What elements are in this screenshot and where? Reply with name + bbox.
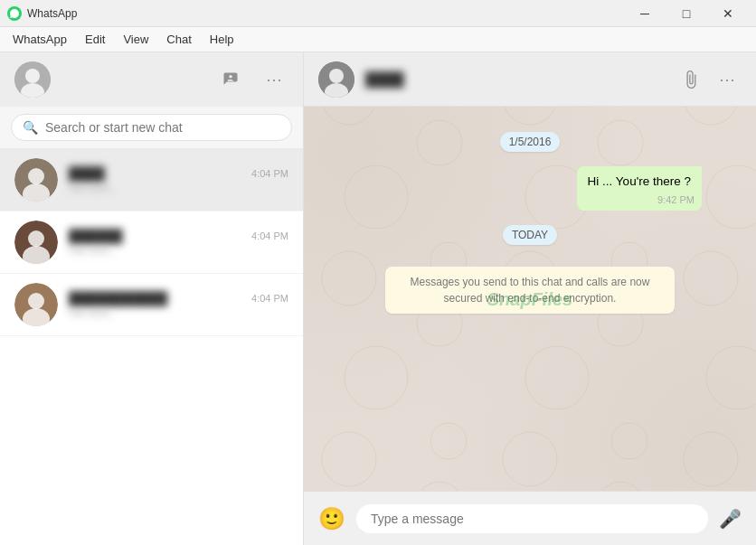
- right-panel: #chat-bg { background-color: #e5ddd5; ba…: [304, 52, 756, 545]
- chat-preview: hat and...: [69, 243, 288, 257]
- title-bar: WhatsApp ─ □ ✕: [0, 0, 756, 27]
- window-controls: ─ □ ✕: [624, 0, 749, 27]
- info-message: Messages you send to this chat and calls…: [358, 267, 702, 314]
- app-icon: [7, 6, 22, 21]
- right-header: ████ ⋯: [304, 52, 756, 107]
- maximize-button[interactable]: □: [666, 0, 707, 27]
- menu-chat[interactable]: Chat: [157, 31, 200, 48]
- date-separator: 1/5/2016: [358, 132, 702, 152]
- my-profile-avatar[interactable]: [14, 61, 51, 98]
- date-badge: TODAY: [503, 225, 557, 245]
- chat-item[interactable]: ██████ 4:04 PM hat and...: [0, 211, 303, 274]
- search-input[interactable]: [45, 120, 280, 135]
- chat-name: ██████: [69, 229, 123, 243]
- left-header-actions: ⋯: [216, 65, 288, 94]
- chat-item[interactable]: ███████████ 4:04 PM hat and...: [0, 274, 303, 336]
- message-row-sent: Hi ... You're there ? 9:42 PM: [358, 166, 702, 211]
- right-header-left: ████: [318, 61, 404, 98]
- mic-button[interactable]: 🎤: [719, 508, 742, 530]
- search-icon: 🔍: [23, 120, 38, 135]
- date-badge: 1/5/2016: [500, 132, 561, 152]
- close-button[interactable]: ✕: [707, 0, 749, 27]
- menu-view[interactable]: View: [114, 31, 157, 48]
- left-header: ⋯: [0, 52, 303, 107]
- titlebar-left: WhatsApp: [7, 6, 77, 21]
- more-options-button[interactable]: ⋯: [260, 65, 288, 94]
- chat-name-row: ██████ 4:04 PM: [69, 229, 288, 243]
- avatar: [14, 283, 58, 326]
- info-bubble: Messages you send to this chat and calls…: [385, 267, 675, 314]
- svg-point-10: [28, 293, 44, 309]
- input-area: 🙂 🎤: [304, 491, 756, 545]
- menu-bar: WhatsApp Edit View Chat Help: [0, 27, 756, 52]
- contact-avatar[interactable]: [318, 61, 354, 98]
- chat-info: ████ 4:04 PM hat and...: [69, 166, 288, 194]
- contact-name: ████: [365, 71, 404, 87]
- chat-info: ██████ 4:04 PM hat and...: [69, 229, 288, 257]
- chat-time: 4:04 PM: [251, 230, 288, 241]
- search-inner: 🔍: [11, 114, 292, 141]
- svg-point-1: [25, 69, 40, 83]
- right-header-actions: ⋯: [676, 65, 742, 94]
- minimize-button[interactable]: ─: [624, 0, 666, 27]
- chat-item[interactable]: ████ 4:04 PM hat and...: [0, 149, 303, 211]
- chat-preview: hat and...: [69, 181, 288, 194]
- chat-name-row: ████ 4:04 PM: [69, 166, 288, 181]
- message-bubble: Hi ... You're there ? 9:42 PM: [577, 166, 702, 211]
- message-input[interactable]: [356, 504, 708, 533]
- chat-name: ████: [69, 166, 105, 181]
- more-options-chat-button[interactable]: ⋯: [713, 65, 742, 94]
- more-dots-chat-icon: ⋯: [719, 70, 735, 89]
- chat-info: ███████████ 4:04 PM hat and...: [69, 291, 288, 319]
- attachment-button[interactable]: [676, 65, 705, 94]
- chat-time: 4:04 PM: [251, 293, 288, 304]
- left-panel: ⋯ 🔍: [0, 52, 304, 545]
- menu-help[interactable]: Help: [201, 31, 243, 48]
- avatar: [14, 158, 58, 202]
- menu-edit[interactable]: Edit: [76, 31, 114, 48]
- messages-area[interactable]: SnapFiles 1/5/2016 Hi ... You're there ?…: [304, 107, 756, 491]
- new-chat-button[interactable]: [216, 65, 245, 94]
- emoji-button[interactable]: 🙂: [318, 506, 345, 531]
- chat-list: ████ 4:04 PM hat and... ██████: [0, 149, 303, 545]
- date-separator: TODAY: [358, 225, 702, 245]
- svg-point-4: [28, 168, 44, 184]
- menu-whatsapp[interactable]: WhatsApp: [4, 31, 76, 48]
- svg-point-7: [28, 230, 44, 247]
- chat-name: ███████████: [69, 291, 167, 305]
- message-time: 9:42 PM: [657, 193, 695, 207]
- chat-name-row: ███████████ 4:04 PM: [69, 291, 288, 305]
- app-container: ⋯ 🔍: [0, 52, 756, 545]
- message-text: Hi ... You're there ?: [588, 174, 691, 188]
- app-title: WhatsApp: [27, 7, 77, 20]
- avatar: [14, 221, 58, 264]
- chat-time: 4:04 PM: [251, 168, 288, 179]
- chat-preview: hat and...: [69, 305, 288, 319]
- search-bar: 🔍: [0, 107, 303, 149]
- svg-point-13: [329, 69, 344, 83]
- more-dots-icon: ⋯: [266, 70, 283, 89]
